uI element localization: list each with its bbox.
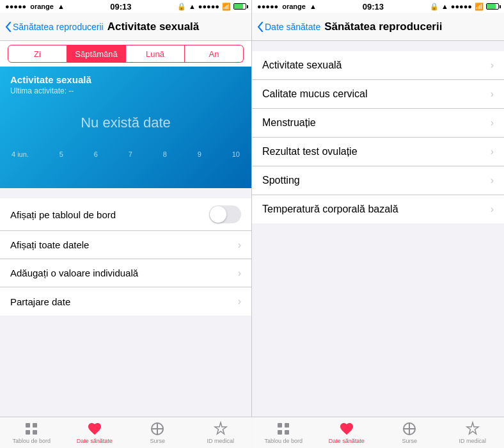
left-tab-id-icon — [213, 421, 228, 436]
x-label-0: 4 iun. — [12, 150, 29, 158]
left-nav-bar: Sănătatea reproducerii Activitate sexual… — [0, 13, 251, 41]
right-time: 09:13 — [363, 2, 384, 12]
chevron-icon-add-value: › — [238, 268, 241, 279]
left-tab-surse-label: Surse — [150, 438, 165, 444]
svg-rect-1 — [33, 423, 37, 428]
chart-area: Activitate sexuală Ultima activitate: --… — [0, 67, 251, 188]
x-label-6: 10 — [232, 150, 240, 158]
left-carrier: orange — [30, 3, 54, 10]
right-list-label-4: Spotting — [262, 175, 300, 186]
left-back-button[interactable]: Sănătatea reproducerii — [5, 22, 104, 32]
left-tab-id-label: ID medical — [207, 438, 234, 444]
right-list-item-0[interactable]: Activitate sexuală › — [252, 51, 504, 80]
list-item-dashboard[interactable]: Afișați pe tabloul de bord — [0, 198, 251, 231]
left-tab-surse[interactable]: Surse — [126, 417, 189, 448]
chevron-icon-share: › — [238, 296, 241, 307]
left-tab-id-medical[interactable]: ID medical — [189, 417, 253, 448]
left-nav-title: Activitate sexuală — [107, 20, 200, 33]
left-time: 09:13 — [110, 2, 131, 12]
right-tab-id-medical[interactable]: ID medical — [441, 417, 505, 448]
list-item-add-value[interactable]: Adăugați o valoare individuală › — [0, 259, 251, 287]
segment-saptamana[interactable]: Săptămână — [67, 45, 126, 63]
x-label-5: 9 — [198, 150, 201, 158]
right-list-label-3: Rezultat test ovulație — [262, 146, 358, 157]
segment-control: Zi Săptămână Lună An — [0, 41, 251, 67]
segment-zi[interactable]: Zi — [8, 45, 67, 63]
left-tab-date-icon — [87, 421, 102, 436]
svg-rect-8 — [285, 430, 289, 435]
right-carrier: orange — [282, 3, 306, 10]
right-status-bar: ●●●●● orange ▲ 09:13 🔒 ▲ ●●●●● 📶 — [252, 0, 504, 13]
toggle-dashboard[interactable] — [209, 205, 241, 223]
right-tab-id-label: ID medical — [459, 438, 486, 444]
chart-title: Activitate sexuală — [10, 74, 241, 85]
left-tab-date-label: Date sănătate — [77, 438, 113, 444]
right-tab-surse-icon — [402, 421, 417, 436]
x-label-3: 7 — [129, 150, 132, 158]
right-chevron-2: › — [491, 117, 494, 129]
right-nav-bar: Date sănătate Sănătatea reproducerii — [252, 13, 504, 41]
left-tab-surse-icon — [150, 421, 165, 436]
right-chevron-3: › — [491, 146, 494, 157]
svg-rect-5 — [278, 423, 282, 428]
right-chevron-1: › — [491, 88, 494, 100]
segment-luna[interactable]: Lună — [126, 45, 185, 63]
svg-rect-2 — [26, 430, 30, 435]
right-list-section: Activitate sexuală › Calitate mucus cerv… — [252, 51, 504, 223]
x-label-2: 6 — [94, 150, 98, 158]
right-tab-date-sanatate[interactable]: Date sănătate — [315, 417, 379, 448]
right-tab-id-icon — [465, 421, 480, 436]
right-panel: ●●●●● orange ▲ 09:13 🔒 ▲ ●●●●● 📶 Date să… — [252, 0, 504, 448]
right-tab-tablou-label: Tablou de bord — [264, 438, 303, 444]
chart-subtitle: Ultima activitate: -- — [10, 86, 241, 95]
list-item-dashboard-label: Afișați pe tabloul de bord — [10, 209, 116, 220]
list-item-share[interactable]: Partajare date › — [0, 287, 251, 316]
right-list-label-0: Activitate sexuală — [262, 60, 342, 71]
list-item-all-data[interactable]: Afișați toate datele › — [0, 231, 251, 259]
right-tab-surse-label: Surse — [402, 438, 417, 444]
left-back-label: Sănătatea reproducerii — [13, 22, 104, 32]
segment-an[interactable]: An — [185, 45, 244, 63]
chevron-icon-all-data: › — [238, 239, 241, 251]
x-label-4: 8 — [163, 150, 167, 158]
right-back-button[interactable]: Date sănătate — [257, 22, 320, 32]
right-list-label-5: Temperatură corporală bazală — [262, 204, 398, 215]
right-tab-date-icon — [339, 421, 354, 436]
right-back-label: Date sănătate — [265, 22, 320, 32]
left-tab-date-sanatate[interactable]: Date sănătate — [63, 417, 127, 448]
right-tab-tablou-icon — [276, 421, 291, 436]
left-content: Zi Săptămână Lună An Activitate sexuală … — [0, 41, 251, 448]
svg-rect-7 — [278, 430, 282, 435]
left-tab-bar: Tablou de bord Date sănătate Surse ID me… — [0, 417, 252, 448]
chart-no-data: Nu există date — [10, 115, 241, 131]
right-tab-date-label: Date sănătate — [329, 438, 365, 444]
right-tab-surse[interactable]: Surse — [378, 417, 441, 448]
svg-rect-3 — [33, 430, 37, 435]
right-list-item-1[interactable]: Calitate mucus cervical › — [252, 80, 504, 109]
right-chevron-4: › — [491, 175, 494, 186]
chart-x-axis: 4 iun. 5 6 7 8 9 10 — [10, 150, 241, 158]
right-tab-tablou[interactable]: Tablou de bord — [252, 417, 315, 448]
left-tab-tablou-icon — [24, 421, 39, 436]
svg-rect-6 — [285, 423, 289, 428]
left-tab-tablou-label: Tablou de bord — [12, 438, 51, 444]
right-list-item-2[interactable]: Menstruație › — [252, 109, 504, 138]
list-item-add-value-label: Adăugați o valoare individuală — [10, 268, 138, 278]
svg-rect-0 — [26, 423, 30, 428]
right-list-item-5[interactable]: Temperatură corporală bazală › — [252, 195, 504, 223]
right-list-label-2: Menstruație — [262, 117, 316, 129]
list-item-share-label: Partajare date — [10, 296, 70, 307]
right-nav-title: Sănătatea reproducerii — [324, 20, 442, 33]
left-tab-tablou[interactable]: Tablou de bord — [0, 417, 63, 448]
right-chevron-0: › — [491, 60, 494, 71]
list-item-all-data-label: Afișați toate datele — [10, 239, 89, 250]
left-panel: ●●●●● orange ▲ 09:13 🔒 ▲ ●●●●● 📶 Sănătat… — [0, 0, 252, 448]
left-list-section: Afișați pe tabloul de bord Afișați toate… — [0, 198, 251, 316]
right-list-label-1: Calitate mucus cervical — [262, 88, 368, 100]
right-list-item-3[interactable]: Rezultat test ovulație › — [252, 138, 504, 166]
right-content: Activitate sexuală › Calitate mucus cerv… — [252, 41, 504, 448]
right-tab-bar: Tablou de bord Date sănătate Surse ID me… — [252, 417, 504, 448]
right-chevron-5: › — [491, 204, 494, 215]
right-list-item-4[interactable]: Spotting › — [252, 166, 504, 195]
x-label-1: 5 — [59, 150, 63, 158]
